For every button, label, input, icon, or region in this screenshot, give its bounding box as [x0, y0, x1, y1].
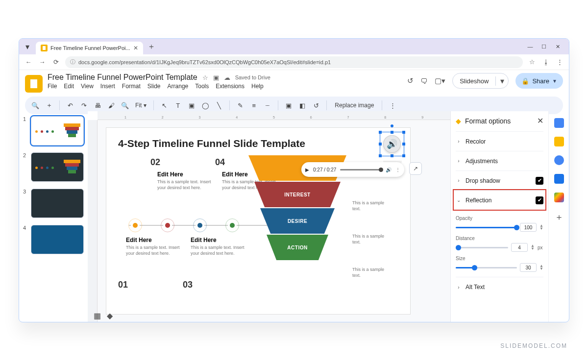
resize-handle[interactable]: [402, 154, 405, 157]
opacity-slider[interactable]: [456, 227, 517, 228]
size-slider[interactable]: [456, 267, 517, 268]
audio-more-icon[interactable]: ⋮: [395, 167, 400, 172]
tab-close-icon[interactable]: ✕: [133, 45, 138, 51]
close-panel-icon[interactable]: ✕: [537, 116, 543, 125]
move-icon[interactable]: ▣: [213, 74, 219, 81]
replace-image-button[interactable]: Replace image: [332, 102, 377, 109]
audio-object-selected[interactable]: 🔊: [380, 132, 404, 156]
edit-block-1[interactable]: Edit HereThis is a sample text. Insert y…: [126, 237, 180, 256]
funnel-segment-2[interactable]: INTEREST: [254, 182, 341, 207]
redo-icon[interactable]: ↷: [78, 100, 89, 111]
new-tab-button[interactable]: ＋: [146, 41, 157, 52]
zoom-select[interactable]: Fit▾: [133, 102, 148, 109]
window-maximize-icon[interactable]: ☐: [540, 44, 547, 50]
funnel-segment-3[interactable]: DESIRE: [260, 208, 335, 234]
audio-player[interactable]: ▶ 0:27 / 0:27 🔊 ⋮: [301, 162, 404, 177]
contacts-addon-icon[interactable]: [554, 174, 564, 184]
menu-insert[interactable]: Insert: [100, 83, 115, 90]
resize-handle[interactable]: [391, 131, 393, 134]
tabs-expand-icon[interactable]: ▾: [22, 41, 33, 52]
label-01[interactable]: 01: [118, 280, 128, 290]
funnel-side-2[interactable]: This is a sample text.: [352, 200, 387, 212]
resize-handle[interactable]: [402, 131, 405, 134]
maps-addon-icon[interactable]: [554, 193, 564, 202]
history-icon[interactable]: ↺: [407, 76, 414, 85]
slide-canvas[interactable]: 4-Step Timeline Funnel Slide Template 02…: [106, 128, 410, 314]
label-04[interactable]: 04: [215, 157, 225, 168]
share-button[interactable]: 🔒 Share ▼: [515, 73, 563, 89]
slide-thumbnails[interactable]: 1 2 3 4: [19, 111, 88, 322]
resize-handle[interactable]: [402, 143, 405, 146]
slides-logo-icon[interactable]: [25, 75, 43, 93]
slide-thumb-1[interactable]: 1: [23, 116, 84, 146]
undo-icon[interactable]: ↶: [65, 100, 75, 111]
opacity-value[interactable]: 100: [520, 223, 537, 232]
rotate-handle[interactable]: [391, 124, 393, 127]
stepper-icon[interactable]: ▲▼: [539, 224, 543, 230]
menu-file[interactable]: File: [48, 83, 57, 90]
resize-handle[interactable]: [379, 143, 382, 146]
edit-block-3[interactable]: Edit HereThis is a sample text. Insert y…: [191, 237, 245, 256]
nav-forward-icon[interactable]: →: [38, 58, 47, 66]
menu-edit[interactable]: Edit: [64, 83, 74, 90]
slide-thumb-2[interactable]: 2: [23, 152, 84, 182]
label-03[interactable]: 03: [183, 280, 193, 290]
menu-tools[interactable]: Tools: [195, 83, 209, 90]
download-icon[interactable]: ⭳: [541, 58, 550, 66]
distance-value[interactable]: 4: [511, 243, 528, 252]
distance-slider[interactable]: [456, 247, 508, 248]
menu-view[interactable]: View: [81, 83, 94, 90]
window-close-icon[interactable]: ✕: [554, 44, 561, 50]
zoom-tool-icon[interactable]: 🔍: [120, 100, 130, 111]
cloud-icon[interactable]: ☁: [224, 74, 230, 81]
funnel-side-4[interactable]: This is a sample text.: [352, 267, 387, 278]
option-recolor[interactable]: › Recolor: [456, 131, 543, 151]
resize-handle[interactable]: [379, 131, 382, 134]
play-icon[interactable]: ▶: [305, 167, 309, 172]
border-weight-icon[interactable]: ≡: [248, 100, 259, 111]
option-drop-shadow[interactable]: › Drop shadow ✔: [456, 170, 543, 190]
edit-block-2[interactable]: Edit HereThis is a sample text. Insert y…: [157, 171, 211, 191]
more-tools-icon[interactable]: ⋮: [387, 100, 398, 111]
crop-icon[interactable]: ▣: [283, 100, 294, 111]
stepper-icon[interactable]: ▲▼: [539, 265, 543, 270]
meet-icon[interactable]: ▢▾: [435, 76, 445, 85]
resize-handle[interactable]: [391, 154, 393, 157]
timeline-dot-3[interactable]: [196, 221, 204, 230]
star-icon[interactable]: ☆: [202, 74, 208, 81]
slideshow-dropdown-icon[interactable]: ▾: [495, 76, 508, 86]
menu-extensions[interactable]: Extensions: [216, 83, 245, 90]
menu-help[interactable]: Help: [251, 83, 264, 90]
canvas-stage[interactable]: 4-Step Timeline Funnel Slide Template 02…: [98, 120, 450, 322]
document-title[interactable]: Free Timeline Funnel PowerPoint Template: [48, 73, 197, 82]
mask-icon[interactable]: ◧: [297, 100, 308, 111]
search-menu-icon[interactable]: 🔍: [30, 100, 41, 111]
stepper-icon[interactable]: ▲▼: [531, 244, 535, 250]
nav-back-icon[interactable]: ←: [24, 58, 33, 66]
open-external-icon[interactable]: ↗: [409, 162, 422, 175]
bookmark-star-icon[interactable]: ☆: [528, 58, 537, 66]
audio-progress[interactable]: [340, 169, 382, 170]
funnel-side-3[interactable]: This is a sample text.: [352, 234, 387, 245]
border-color-icon[interactable]: ✎: [235, 100, 245, 111]
nav-reload-icon[interactable]: ⟳: [51, 58, 60, 66]
label-02[interactable]: 02: [150, 157, 160, 168]
menu-format[interactable]: Format: [122, 83, 141, 90]
slide-title[interactable]: 4-Step Timeline Funnel Slide Template: [106, 128, 410, 149]
timeline-dot-2[interactable]: [163, 221, 172, 230]
shape-icon[interactable]: ◯: [200, 100, 211, 111]
resize-handle[interactable]: [379, 154, 382, 157]
slide-thumb-3[interactable]: 3: [23, 189, 84, 218]
explore-icon[interactable]: ◆: [107, 311, 113, 320]
print-icon[interactable]: 🖶: [92, 100, 103, 111]
reset-image-icon[interactable]: ↺: [311, 100, 321, 111]
option-reflection[interactable]: ⌄ Reflection ✔: [454, 190, 545, 210]
option-alt-text[interactable]: › Alt Text: [456, 277, 543, 297]
address-bar[interactable]: ⓘ docs.google.com/presentation/d/1IJKgJe…: [65, 56, 523, 68]
border-dash-icon[interactable]: ┄: [262, 100, 273, 111]
calendar-addon-icon[interactable]: [554, 118, 564, 128]
tasks-addon-icon[interactable]: [554, 155, 564, 165]
window-minimize-icon[interactable]: —: [527, 44, 534, 50]
timeline-dot-4[interactable]: [228, 221, 237, 230]
funnel-segment-4[interactable]: ACTION: [267, 235, 328, 260]
